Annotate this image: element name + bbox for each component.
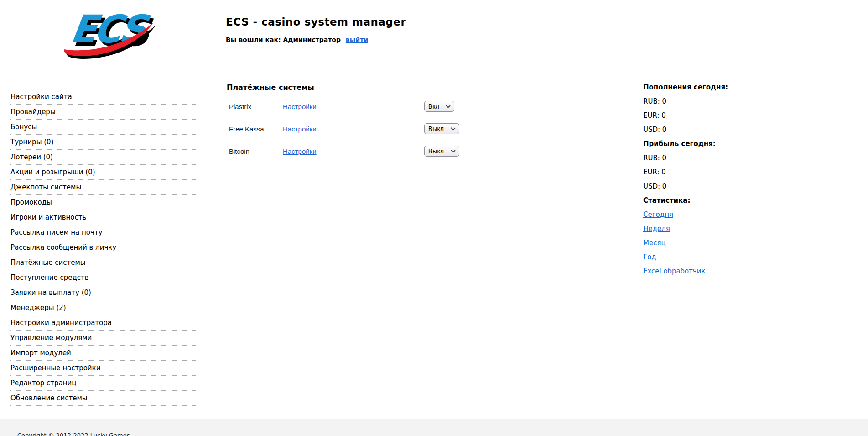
stats-link-today[interactable]: Сегодня bbox=[643, 210, 673, 219]
deposits-eur: EUR: 0 bbox=[643, 112, 780, 119]
stats-link-excel[interactable]: Excel обработчик bbox=[643, 267, 705, 275]
page: ECS ECS ECS - casino system manager Вы в… bbox=[0, 0, 868, 436]
content-divider-right bbox=[634, 79, 634, 413]
sidebar-item-payment-systems[interactable]: Платёжные системы bbox=[10, 255, 196, 270]
sidebar-item-jackpots[interactable]: Джекпоты системы bbox=[10, 180, 196, 195]
payment-name: Free Kassa bbox=[229, 125, 283, 133]
profit-eur: EUR: 0 bbox=[643, 168, 780, 176]
payment-settings-link[interactable]: Настройки bbox=[283, 125, 424, 133]
logo[interactable]: ECS ECS bbox=[63, 7, 156, 60]
content-divider-left bbox=[218, 79, 218, 413]
sidebar-item-page-editor[interactable]: Редактор страниц bbox=[10, 376, 196, 391]
chevron-down-icon bbox=[451, 127, 456, 131]
copyright-text: Copyright © 2013-2023 Lucky Games bbox=[17, 432, 130, 436]
chevron-down-icon bbox=[451, 150, 456, 153]
payment-name: Bitcoin bbox=[229, 147, 283, 155]
login-status-line: Вы вошли как: Администратор выйти bbox=[226, 36, 368, 43]
sidebar-item-providers[interactable]: Провайдеры bbox=[10, 105, 196, 120]
stats-link-week[interactable]: Неделя bbox=[643, 225, 670, 233]
sidebar-item-managers[interactable]: Менеджеры (2) bbox=[10, 300, 196, 315]
stats-link-year[interactable]: Год bbox=[643, 253, 656, 261]
sidebar-item-bonuses[interactable]: Бонусы bbox=[10, 120, 196, 135]
payment-systems-heading: Платёжные системы bbox=[227, 83, 314, 92]
sidebar-item-module-import[interactable]: Импорт модулей bbox=[10, 346, 196, 361]
sidebar-item-promotions[interactable]: Акции и розыгрыши (0) bbox=[10, 165, 196, 180]
payment-state-value: Выкл bbox=[428, 125, 444, 132]
deposits-rub: RUB: 0 bbox=[643, 98, 780, 105]
payment-row-bitcoin: Bitcoin Настройки Выкл bbox=[229, 146, 459, 157]
sidebar-item-system-update[interactable]: Обновление системы bbox=[10, 391, 196, 406]
stats-panel: Пополнения сегодня: RUB: 0 EUR: 0 USD: 0… bbox=[643, 84, 780, 282]
sidebar: Настройки сайта Провайдеры Бонусы Турнир… bbox=[10, 89, 196, 406]
deposits-today-heading: Пополнения сегодня: bbox=[643, 84, 780, 91]
stats-link-month[interactable]: Месяц bbox=[643, 239, 666, 247]
sidebar-item-module-management[interactable]: Управление модулями bbox=[10, 331, 196, 346]
sidebar-item-incoming-funds[interactable]: Поступление средств bbox=[10, 270, 196, 285]
profit-today-heading: Прибыль сегодня: bbox=[643, 140, 780, 147]
ecs-logo-image: ECS ECS bbox=[63, 7, 156, 60]
payment-row-free-kassa: Free Kassa Настройки Выкл bbox=[229, 123, 459, 134]
payment-settings-link[interactable]: Настройки bbox=[283, 103, 424, 110]
profit-rub: RUB: 0 bbox=[643, 154, 780, 162]
sidebar-item-pm-newsletter[interactable]: Рассылка сообщений в личку bbox=[10, 240, 196, 255]
payment-name: Piastrix bbox=[229, 103, 283, 110]
sidebar-item-lotteries[interactable]: Лотереи (0) bbox=[10, 150, 196, 165]
sidebar-item-promocodes[interactable]: Промокоды bbox=[10, 195, 196, 210]
payment-state-value: Вкл bbox=[428, 103, 439, 110]
logout-link[interactable]: выйти bbox=[346, 36, 368, 43]
payment-row-piastrix: Piastrix Настройки Вкл bbox=[229, 101, 454, 112]
sidebar-item-advanced-settings[interactable]: Расширенные настройки bbox=[10, 361, 196, 376]
header-divider bbox=[226, 47, 858, 47]
payment-state-select[interactable]: Вкл bbox=[424, 101, 454, 112]
sidebar-item-tournaments[interactable]: Турниры (0) bbox=[10, 135, 196, 150]
payment-state-select[interactable]: Выкл bbox=[424, 146, 459, 157]
page-title: ECS - casino system manager bbox=[226, 16, 406, 28]
chevron-down-icon bbox=[446, 105, 451, 108]
footer: Copyright © 2013-2023 Lucky Games bbox=[0, 419, 868, 436]
sidebar-item-admin-settings[interactable]: Настройки администратора bbox=[10, 315, 196, 331]
sidebar-item-players-activity[interactable]: Игроки и активность bbox=[10, 210, 196, 225]
sidebar-item-site-settings[interactable]: Настройки сайта bbox=[10, 89, 196, 105]
deposits-usd: USD: 0 bbox=[643, 126, 780, 133]
payment-settings-link[interactable]: Настройки bbox=[283, 147, 424, 155]
logo-text: ECS bbox=[68, 7, 152, 52]
profit-usd: USD: 0 bbox=[643, 183, 780, 190]
login-status-text: Вы вошли как: Администратор bbox=[226, 36, 341, 43]
sidebar-item-email-newsletter[interactable]: Рассылка писем на почту bbox=[10, 225, 196, 240]
payment-state-select[interactable]: Выкл bbox=[424, 123, 459, 134]
payment-state-value: Выкл bbox=[428, 147, 444, 155]
statistics-heading: Статистика: bbox=[643, 197, 780, 204]
sidebar-item-payout-requests[interactable]: Заявки на выплату (0) bbox=[10, 285, 196, 300]
